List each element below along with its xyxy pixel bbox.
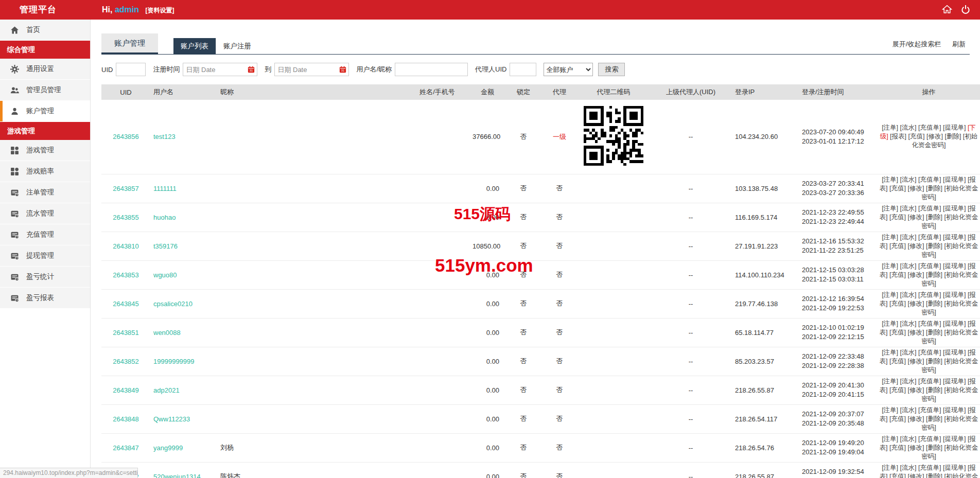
- username-link[interactable]: t359176: [153, 242, 178, 250]
- start-date-input[interactable]: [183, 63, 257, 76]
- op-link-修改[interactable]: [修改]: [908, 214, 924, 221]
- op-link-充值[interactable]: [充值]: [889, 386, 906, 394]
- op-link-提现单[interactable]: [提现单]: [943, 464, 966, 471]
- module-tab-account-management[interactable]: 账户管理: [101, 33, 158, 55]
- op-link-流水[interactable]: [流水]: [900, 291, 917, 298]
- tab-账户列表[interactable]: 账户列表: [173, 38, 216, 54]
- op-link-流水[interactable]: [流水]: [900, 464, 917, 471]
- op-link-充值单[interactable]: [充值单]: [918, 234, 941, 241]
- op-link-删除[interactable]: [删除]: [944, 133, 961, 140]
- username-link[interactable]: cpsalice0210: [153, 300, 192, 308]
- op-link-删除[interactable]: [删除]: [926, 271, 942, 278]
- account-filter-select[interactable]: 全部账户: [544, 63, 593, 76]
- op-link-修改[interactable]: [修改]: [908, 415, 924, 422]
- uid-link[interactable]: 2643849: [113, 386, 139, 394]
- op-link-修改[interactable]: [修改]: [908, 242, 924, 250]
- op-link-提现单[interactable]: [提现单]: [943, 406, 966, 414]
- op-link-充值[interactable]: [充值]: [889, 444, 906, 451]
- op-link-充值[interactable]: [充值]: [889, 242, 906, 250]
- home-icon[interactable]: [942, 4, 952, 14]
- op-link-提现单[interactable]: [提现单]: [943, 378, 966, 385]
- op-link-充值单[interactable]: [充值单]: [918, 435, 941, 442]
- sidebar-item-注单管理[interactable]: 注单管理: [0, 182, 90, 203]
- op-link-充值[interactable]: [充值]: [889, 271, 906, 278]
- op-link-流水[interactable]: [流水]: [900, 262, 917, 270]
- op-link-注单[interactable]: [注单]: [882, 234, 898, 241]
- op-link-提现单[interactable]: [提现单]: [943, 176, 966, 183]
- sidebar-item-通用设置[interactable]: 通用设置: [0, 59, 90, 80]
- sidebar-item-账户管理[interactable]: 账户管理: [0, 101, 90, 122]
- sidebar-item-游戏赔率[interactable]: 游戏赔率: [0, 161, 90, 182]
- sidebar-item-提现管理[interactable]: 提现管理: [0, 245, 90, 267]
- op-link-修改[interactable]: [修改]: [908, 358, 924, 365]
- op-link-报表[interactable]: [报表]: [890, 133, 906, 140]
- username-link[interactable]: wguo80: [153, 271, 177, 279]
- uid-link[interactable]: 2643848: [113, 415, 139, 423]
- op-link-注单[interactable]: [注单]: [882, 176, 898, 183]
- tab-账户注册[interactable]: 账户注册: [216, 38, 258, 54]
- op-link-流水[interactable]: [流水]: [900, 234, 917, 241]
- op-link-充值[interactable]: [充值]: [889, 329, 906, 336]
- sidebar-item-充值管理[interactable]: 充值管理: [0, 224, 90, 245]
- username-link[interactable]: Qww112233: [153, 415, 190, 423]
- op-link-流水[interactable]: [流水]: [900, 176, 917, 183]
- agent-uid-input[interactable]: [510, 63, 536, 76]
- toggle-search-link[interactable]: 展开/收起搜索栏: [892, 40, 941, 48]
- uid-link[interactable]: 2643851: [113, 329, 139, 337]
- sidebar-item-流水管理[interactable]: 流水管理: [0, 203, 90, 224]
- op-link-充值单[interactable]: [充值单]: [918, 406, 941, 414]
- op-link-删除[interactable]: [删除]: [926, 300, 942, 307]
- op-link-充值[interactable]: [充值]: [889, 214, 906, 221]
- username-link[interactable]: test123: [153, 133, 176, 140]
- op-link-删除[interactable]: [删除]: [926, 185, 942, 192]
- refresh-link[interactable]: 刷新: [952, 40, 966, 48]
- sidebar-item-首页[interactable]: 首页: [0, 20, 90, 41]
- op-link-删除[interactable]: [删除]: [926, 242, 942, 250]
- uid-link[interactable]: 2643810: [113, 242, 139, 250]
- uid-link[interactable]: 2643845: [113, 300, 139, 308]
- uid-link[interactable]: 2643856: [113, 133, 139, 140]
- op-link-提现单[interactable]: [提现单]: [943, 124, 966, 131]
- username-link[interactable]: adp2021: [153, 386, 180, 394]
- op-link-充值单[interactable]: [充值单]: [918, 262, 941, 270]
- op-link-提现单[interactable]: [提现单]: [943, 291, 966, 298]
- op-link-修改[interactable]: [修改]: [908, 329, 924, 336]
- op-link-删除[interactable]: [删除]: [926, 358, 942, 365]
- uid-input[interactable]: [116, 63, 146, 76]
- op-link-提现单[interactable]: [提现单]: [943, 320, 966, 327]
- op-link-充值[interactable]: [充值]: [889, 300, 906, 307]
- op-link-删除[interactable]: [删除]: [926, 444, 942, 451]
- op-link-注单[interactable]: [注单]: [882, 291, 898, 298]
- op-link-流水[interactable]: [流水]: [900, 435, 917, 442]
- op-link-充值单[interactable]: [充值单]: [918, 320, 941, 327]
- op-link-删除[interactable]: [删除]: [926, 415, 942, 422]
- op-link-提现单[interactable]: [提现单]: [943, 234, 966, 241]
- username-link[interactable]: wen0088: [153, 329, 181, 337]
- op-link-修改[interactable]: [修改]: [908, 444, 924, 451]
- op-link-修改[interactable]: [修改]: [908, 300, 924, 307]
- op-link-注单[interactable]: [注单]: [882, 349, 898, 356]
- op-link-修改[interactable]: [修改]: [908, 386, 924, 394]
- op-link-流水[interactable]: [流水]: [900, 378, 917, 385]
- op-link-修改[interactable]: [修改]: [926, 133, 943, 140]
- op-link-充值[interactable]: [充值]: [889, 415, 906, 422]
- op-link-删除[interactable]: [删除]: [926, 214, 942, 221]
- op-link-流水[interactable]: [流水]: [900, 406, 917, 414]
- op-link-充值[interactable]: [充值]: [889, 185, 906, 192]
- username-link[interactable]: huohao: [153, 214, 176, 221]
- op-link-流水[interactable]: [流水]: [900, 349, 917, 356]
- op-link-修改[interactable]: [修改]: [908, 473, 924, 478]
- op-link-注单[interactable]: [注单]: [882, 262, 898, 270]
- op-link-提现单[interactable]: [提现单]: [943, 205, 966, 212]
- op-link-充值[interactable]: [充值]: [908, 133, 925, 140]
- op-link-充值[interactable]: [充值]: [889, 358, 906, 365]
- sidebar-item-管理员管理[interactable]: 管理员管理: [0, 80, 90, 101]
- power-icon[interactable]: [960, 4, 971, 14]
- uid-link[interactable]: 2643847: [113, 444, 139, 452]
- op-link-修改[interactable]: [修改]: [908, 271, 924, 278]
- username-link[interactable]: 1111111: [153, 185, 177, 192]
- uid-link[interactable]: 2643852: [113, 358, 139, 365]
- sidebar-item-盈亏报表[interactable]: 盈亏报表: [0, 288, 90, 309]
- search-button[interactable]: 搜索: [598, 63, 625, 76]
- op-link-流水[interactable]: [流水]: [900, 124, 917, 131]
